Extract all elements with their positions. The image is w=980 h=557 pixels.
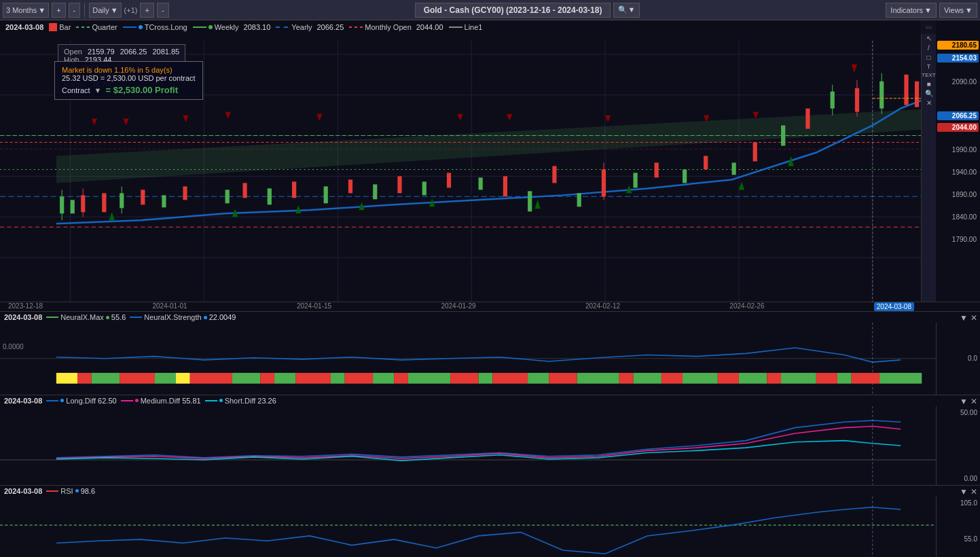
price-badge-red: 2044.00 <box>937 123 979 132</box>
svg-rect-111 <box>633 373 661 384</box>
quarter-label: Quarter <box>92 23 117 31</box>
svg-marker-66 <box>183 115 188 122</box>
svg-rect-46 <box>503 176 507 196</box>
svg-rect-55 <box>915 82 919 107</box>
period-remove-btn[interactable]: - <box>157 3 169 18</box>
neuralx-collapse-btn[interactable]: ▼ <box>960 313 968 323</box>
monthly-line <box>349 26 363 28</box>
neuralx-max-label: NeuralX.Max <box>60 313 104 321</box>
long-diff-legend: Long.Diff 62.50 <box>46 397 116 405</box>
svg-marker-70 <box>507 114 512 121</box>
svg-rect-103 <box>408 373 450 384</box>
svg-rect-49 <box>655 162 659 177</box>
svg-rect-38 <box>102 193 106 212</box>
neuralx-str-line <box>130 317 142 318</box>
svg-rect-32 <box>683 169 687 183</box>
svg-rect-39 <box>141 190 145 204</box>
zoom-icon[interactable]: 🔍 <box>925 90 933 97</box>
chart-main[interactable]: 2024-03-08 Bar Quarter TCross.Long <box>0 20 980 302</box>
square2-icon[interactable]: ■ <box>926 80 930 88</box>
diff-close-btn[interactable]: ✕ <box>970 397 977 406</box>
diff-collapse-btn[interactable]: ▼ <box>960 397 968 406</box>
legend-tcross: TCross.Long <box>123 23 187 31</box>
search-btn[interactable]: 🔍▼ <box>613 3 640 18</box>
svg-rect-89 <box>77 373 92 384</box>
svg-rect-91 <box>120 373 155 384</box>
timeframe-dropdown[interactable]: 3 Months ▼ <box>3 3 49 18</box>
neuralx-max-dot <box>106 316 109 319</box>
chart-legend: 2024-03-08 Bar Quarter TCross.Long <box>0 20 936 34</box>
svg-marker-68 <box>316 114 322 121</box>
rsi-collapse-btn[interactable]: ▼ <box>960 487 968 497</box>
svg-rect-104 <box>450 373 478 384</box>
period-arrow: ▼ <box>111 6 118 14</box>
rect-icon[interactable]: □ <box>926 54 930 61</box>
date-1: 2023-12-18 <box>8 302 43 311</box>
rsi-legend: RSI 98.6 <box>46 487 95 495</box>
date-labels-row: 2023-12-18 2024-01-01 2024-01-15 2024-01… <box>3 302 920 311</box>
svg-rect-31 <box>633 173 637 187</box>
diff-scale-top: 50.00 <box>939 409 977 416</box>
cursor-icon[interactable]: ↖ <box>926 35 932 42</box>
diff-chart: 50.00 0.00 <box>0 406 980 485</box>
main-toolbar: 3 Months ▼ + - Daily ▼ (+1) + - Gold - C… <box>0 0 980 20</box>
svg-rect-114 <box>718 373 739 384</box>
legend-date: 2024-03-08 <box>5 23 43 31</box>
neuralx-close-btn[interactable]: ✕ <box>970 313 977 323</box>
ohlc-open-row: Open 2159.79 2066.25 2081.85 <box>64 48 179 56</box>
open-val2: 2066.25 <box>120 48 147 56</box>
svg-rect-25 <box>324 186 328 203</box>
chart-container: 2024-03-08 Bar Quarter TCross.Long <box>0 20 980 557</box>
svg-rect-112 <box>661 373 683 384</box>
svg-rect-33 <box>732 162 736 175</box>
period-add-btn[interactable]: + <box>140 3 153 18</box>
legend-yearly: Yearly 2066.25 <box>276 23 344 31</box>
svg-rect-23 <box>225 190 230 203</box>
svg-rect-42 <box>292 181 296 198</box>
rsi-panel: 2024-03-08 RSI 98.6 ▼ ✕ <box>0 486 980 557</box>
diff-date: 2024-03-08 <box>4 397 42 405</box>
period-dropdown[interactable]: Daily ▼ <box>89 3 121 18</box>
legend-weekly: Weekly 2083.10 <box>193 23 271 31</box>
svg-rect-30 <box>577 193 581 206</box>
line-icon[interactable]: / <box>928 44 930 52</box>
views-btn[interactable]: Views▼ <box>939 3 977 18</box>
svg-rect-54 <box>904 75 908 105</box>
add-period-btn[interactable]: + <box>52 3 65 18</box>
svg-rect-95 <box>232 373 260 384</box>
cross-icon[interactable]: ✕ <box>926 99 932 107</box>
svg-rect-96 <box>260 373 274 384</box>
text2-icon[interactable]: TEXT <box>922 72 935 78</box>
toolbar-center: Gold - Cash (GCY00) (2023-12-16 - 2024-0… <box>172 3 884 18</box>
rsi-svg-area <box>0 497 936 557</box>
svg-rect-116 <box>767 373 781 384</box>
rsi-chart: 105.0 55.0 5.0 <box>0 497 980 557</box>
date-3: 2024-01-15 <box>297 302 331 311</box>
neuralx-max-val: 55.6 <box>111 313 126 321</box>
dropdown-arrow: ▼ <box>38 6 46 14</box>
svg-rect-106 <box>492 373 528 384</box>
svg-rect-51 <box>753 143 757 162</box>
price-1890: 1890.00 <box>937 190 979 199</box>
text-icon[interactable]: T <box>927 63 931 70</box>
svg-marker-75 <box>109 212 115 220</box>
yearly-line <box>276 26 289 28</box>
remove-period-btn[interactable]: - <box>69 3 81 18</box>
rsi-scale-top: 105.0 <box>939 499 977 507</box>
tooltip-popup: Market is down 1.16% in 5 day(s) 25.32 U… <box>54 61 203 100</box>
neuralx-max-legend: NeuralX.Max 55.6 <box>46 313 126 321</box>
date-2: 2024-01-01 <box>152 302 187 311</box>
svg-rect-29 <box>528 191 532 211</box>
legend-quarter: Quarter <box>76 23 117 31</box>
short-diff-line <box>205 400 217 401</box>
svg-rect-50 <box>704 156 708 170</box>
price-1940: 1940.00 <box>937 168 979 177</box>
open-val3: 2081.85 <box>152 48 179 56</box>
tcross-band <box>56 109 936 183</box>
svg-rect-52 <box>805 109 810 129</box>
neuralx-strength-legend: NeuralX.Strength 22.0049 <box>130 313 236 321</box>
price-1790: 1790.00 <box>937 235 979 244</box>
indicators-btn[interactable]: Indicators▼ <box>886 3 937 18</box>
long-diff-val: 62.50 <box>98 397 117 405</box>
rsi-close-btn[interactable]: ✕ <box>970 487 977 497</box>
